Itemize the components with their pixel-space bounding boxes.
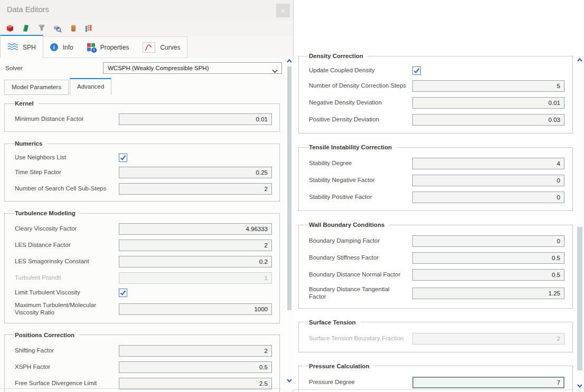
- title-bar: Data Editors x: [0, 0, 293, 20]
- input-negative-density-deviation[interactable]: 0.01: [412, 97, 564, 109]
- field-label: Use Neighbors List: [15, 154, 119, 161]
- field-row-surface-tension-boundary-fraction: Surface Tension Boundary Fraction2: [309, 333, 564, 345]
- field-row-time-step-factor: Time Step Factor0.25: [15, 167, 272, 178]
- group-pressure-calculation: Pressure CalculationPressure Degree7: [298, 363, 573, 392]
- input-number-of-density-correction-steps[interactable]: 5: [412, 80, 564, 92]
- subtab-advanced[interactable]: Advanced: [70, 78, 111, 95]
- checkbox-limit-turbulent-viscosity[interactable]: [119, 289, 127, 297]
- field-label: LES Distance Factor: [15, 242, 119, 249]
- field-label: Cleary Viscosity Factor: [15, 225, 119, 233]
- field-control: [119, 289, 272, 297]
- input-time-step-factor[interactable]: 0.25: [119, 167, 272, 178]
- scroll-down-icon[interactable]: [577, 383, 583, 389]
- input-maximum-turbulent-molecular-viscosity-ratio[interactable]: 1000: [119, 303, 272, 315]
- input-minimum-distance-factor[interactable]: 0.01: [119, 113, 272, 125]
- search-cube-icon[interactable]: [52, 23, 62, 33]
- input-les-distance-factor[interactable]: 2: [119, 240, 272, 251]
- properties-grid-icon: 0: [87, 43, 96, 52]
- right-bottom-divider: [294, 389, 572, 390]
- group-tensile-instability-correction: Tensile Instability CorrectionStability …: [298, 144, 573, 211]
- solver-dropdown[interactable]: WCSPH (Weakly Compressible SPH): [103, 62, 282, 74]
- input-les-smagorinsky-constant[interactable]: 0.2: [119, 256, 272, 267]
- toolbar: [0, 20, 293, 36]
- field-label: Number of Density Correction Steps: [309, 82, 412, 90]
- input-xsph-factor[interactable]: 0.5: [119, 361, 272, 373]
- input-boundary-damping-factor[interactable]: 0: [412, 235, 564, 247]
- field-row-boundary-damping-factor: Boundary Damping Factor0: [309, 235, 564, 247]
- solver-label: Solver: [5, 65, 103, 71]
- subtab-model-parameters[interactable]: Model Parameters: [4, 80, 69, 95]
- input-positive-density-deviation[interactable]: 0.03: [412, 114, 564, 126]
- chevron-down-icon: [272, 66, 278, 77]
- field-control: 0.5: [412, 269, 564, 281]
- field-control: 0.5: [119, 361, 272, 373]
- left-scrollbar-thumb[interactable]: [287, 66, 291, 310]
- group-wall-boundary-conditions: Wall Boundary ConditionsBoundary Damping…: [298, 222, 573, 309]
- field-control: 2.5: [119, 378, 272, 389]
- tab-label: SPH: [23, 44, 36, 51]
- check-icon: [119, 289, 127, 297]
- tab-sph[interactable]: SPH: [0, 35, 43, 59]
- field-row-xsph-factor: XSPH Factor0.5: [15, 361, 272, 373]
- filter-icon[interactable]: [36, 23, 46, 33]
- field-row-limit-turbulent-viscosity: Limit Turbulent Viscosity: [15, 289, 272, 297]
- group-numerics: NumericsUse Neighbors ListTime Step Fact…: [4, 140, 280, 202]
- field-control: 1.25: [412, 288, 564, 299]
- input-free-surface-divergence-limit[interactable]: 2.5: [119, 378, 272, 389]
- right-parameter-panel: Density CorrectionUpdate Coupled Density…: [294, 0, 576, 392]
- input-turbulent-prandtl: 1: [119, 272, 272, 284]
- right-scrollbar-thumb[interactable]: [577, 227, 582, 370]
- input-boundary-distance-tangential-factor[interactable]: 1.25: [412, 288, 564, 299]
- field-label: Turbulent Prandtl: [15, 274, 119, 282]
- input-number-of-search-cell-sub-steps[interactable]: 2: [119, 183, 272, 195]
- data-editors-dialog: Data Editors x SPH i: [0, 0, 294, 392]
- tab-properties[interactable]: 0 Properties: [80, 37, 136, 58]
- check-icon: [413, 67, 420, 74]
- field-label: Negative Density Deviation: [309, 99, 412, 107]
- close-icon[interactable]: x: [276, 4, 290, 17]
- input-cleary-viscosity-factor[interactable]: 4.96333: [119, 223, 272, 235]
- tab-curves[interactable]: Curves: [136, 37, 187, 58]
- field-label: XSPH Factor: [15, 364, 119, 371]
- input-stability-degree[interactable]: 4: [412, 158, 564, 169]
- field-label: Boundary Distance Tangential Factor: [309, 286, 412, 301]
- input-pressure-degree[interactable]: 7: [412, 377, 564, 388]
- field-control: 1: [119, 272, 272, 284]
- field-control: 2: [119, 183, 272, 195]
- scroll-up-icon[interactable]: [286, 58, 293, 64]
- green-plane-icon[interactable]: [21, 23, 31, 33]
- left-bottom-divider: [0, 388, 281, 389]
- checkbox-use-neighbors-list[interactable]: [119, 154, 127, 162]
- window-title: Data Editors: [7, 5, 49, 14]
- field-row-shifting-factor: Shifting Factor2: [15, 345, 272, 357]
- cylinder-icon[interactable]: [68, 23, 78, 33]
- checkbox-update-coupled-density[interactable]: [412, 66, 421, 75]
- field-label: Boundary Distance Normal Factor: [309, 271, 412, 279]
- tab-info[interactable]: i Info: [43, 37, 80, 58]
- left-scrollbar[interactable]: [285, 57, 294, 390]
- right-scrollbar[interactable]: [576, 56, 584, 391]
- input-boundary-distance-normal-factor[interactable]: 0.5: [412, 269, 564, 281]
- field-label: Pressure Degree: [309, 379, 412, 386]
- input-boundary-stiffness-factor[interactable]: 0.5: [412, 252, 564, 264]
- field-control: 7: [412, 377, 564, 388]
- field-row-boundary-distance-tangential-factor: Boundary Distance Tangential Factor1.25: [309, 286, 564, 301]
- input-stability-positive-factor[interactable]: 0: [412, 192, 564, 203]
- group-title: Pressure Calculation: [309, 363, 374, 369]
- mosaic-icon[interactable]: [84, 23, 94, 33]
- field-row-boundary-distance-normal-factor: Boundary Distance Normal Factor0.5: [309, 269, 564, 281]
- group-title: Tensile Instability Correction: [309, 144, 397, 150]
- field-control: [119, 154, 272, 162]
- field-row-use-neighbors-list: Use Neighbors List: [15, 154, 272, 162]
- group-title: Wall Boundary Conditions: [309, 222, 389, 228]
- group-positions-correction: Positions CorrectionShifting Factor2XSPH…: [4, 332, 280, 392]
- field-control: 1000: [119, 303, 272, 315]
- field-label: LES Smagorinsky Constant: [15, 258, 119, 265]
- field-label: Time Step Factor: [15, 169, 119, 176]
- input-stability-negative-factor[interactable]: 0: [412, 175, 564, 186]
- input-shifting-factor[interactable]: 2: [119, 345, 272, 357]
- field-label: Limit Turbulent Viscosity: [15, 289, 119, 297]
- scroll-down-icon[interactable]: [286, 377, 293, 384]
- red-cube-icon[interactable]: [5, 23, 15, 33]
- scroll-up-icon[interactable]: [577, 57, 583, 63]
